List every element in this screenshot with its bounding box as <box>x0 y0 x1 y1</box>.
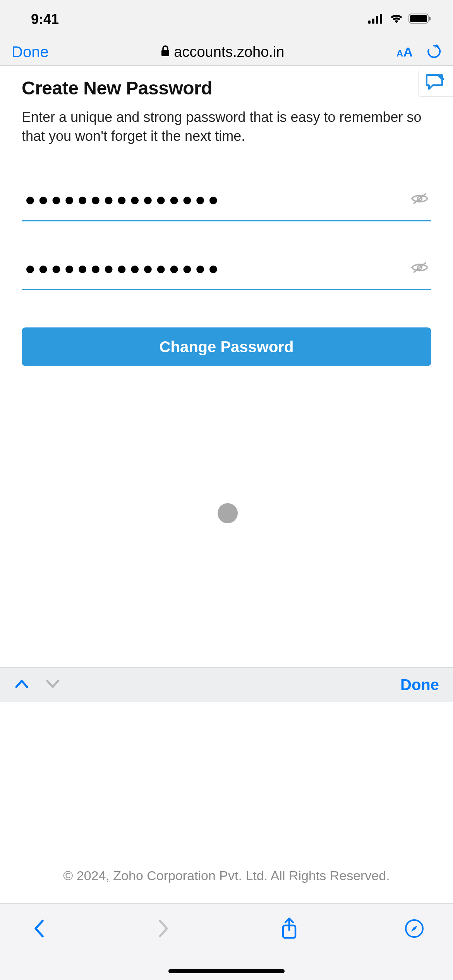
status-bar: 9:41 <box>0 0 453 39</box>
chevron-down-icon <box>45 678 60 689</box>
home-indicator[interactable] <box>168 969 285 973</box>
keyboard-accessory-bar: Done <box>0 667 453 702</box>
chevron-left-icon <box>33 918 45 939</box>
safari-compass-icon <box>405 919 424 938</box>
eye-off-icon <box>411 192 428 205</box>
svg-rect-3 <box>380 14 382 24</box>
new-password-input[interactable] <box>22 180 431 221</box>
url-text: accounts.zoho.in <box>174 44 284 60</box>
reload-button[interactable] <box>427 43 441 61</box>
feedback-icon <box>425 74 447 93</box>
page-title: Create New Password <box>22 77 431 99</box>
touch-indicator-icon <box>218 503 238 523</box>
page-subtitle: Enter a unique and strong password that … <box>22 108 431 146</box>
svg-rect-6 <box>429 17 431 21</box>
forward-button <box>152 917 175 940</box>
toggle-confirm-visibility-button[interactable] <box>411 261 428 276</box>
new-password-field-wrap <box>22 180 431 221</box>
safari-address-bar: Done accounts.zoho.in AA <box>0 39 453 66</box>
previous-field-button[interactable] <box>14 678 29 691</box>
svg-rect-0 <box>368 21 371 24</box>
battery-icon <box>408 14 432 25</box>
cellular-signal-icon <box>368 14 384 25</box>
url-display[interactable]: accounts.zoho.in <box>161 44 284 60</box>
safari-bottom-toolbar <box>0 903 453 980</box>
svg-rect-1 <box>372 19 374 24</box>
back-button[interactable] <box>27 917 50 940</box>
confirm-password-input[interactable] <box>22 249 431 290</box>
status-icons <box>368 14 432 25</box>
share-button[interactable] <box>278 917 301 940</box>
share-icon <box>280 917 299 940</box>
keyboard-done-button[interactable]: Done <box>400 676 439 694</box>
done-button[interactable]: Done <box>12 43 49 61</box>
open-in-safari-button[interactable] <box>403 917 426 940</box>
status-time: 9:41 <box>31 11 59 27</box>
wifi-icon <box>389 14 404 25</box>
chevron-right-icon <box>158 918 170 939</box>
footer-copyright: © 2024, Zoho Corporation Pvt. Ltd. All R… <box>0 868 453 894</box>
svg-rect-7 <box>161 50 169 56</box>
change-password-button[interactable]: Change Password <box>22 327 431 366</box>
lock-icon <box>161 44 170 60</box>
safari-nav-right: AA <box>396 43 441 61</box>
svg-rect-5 <box>410 15 427 22</box>
keyboard-nav-arrows <box>14 678 60 691</box>
reader-aa-button[interactable]: AA <box>396 45 413 60</box>
toggle-password-visibility-button[interactable] <box>411 192 428 207</box>
confirm-password-field-wrap <box>22 249 431 290</box>
next-field-button <box>45 678 60 691</box>
eye-off-icon <box>411 261 428 274</box>
page-content: Create New Password Enter a unique and s… <box>0 66 453 366</box>
chevron-up-icon <box>14 678 29 689</box>
feedback-button[interactable] <box>418 70 453 97</box>
svg-rect-2 <box>376 16 378 24</box>
